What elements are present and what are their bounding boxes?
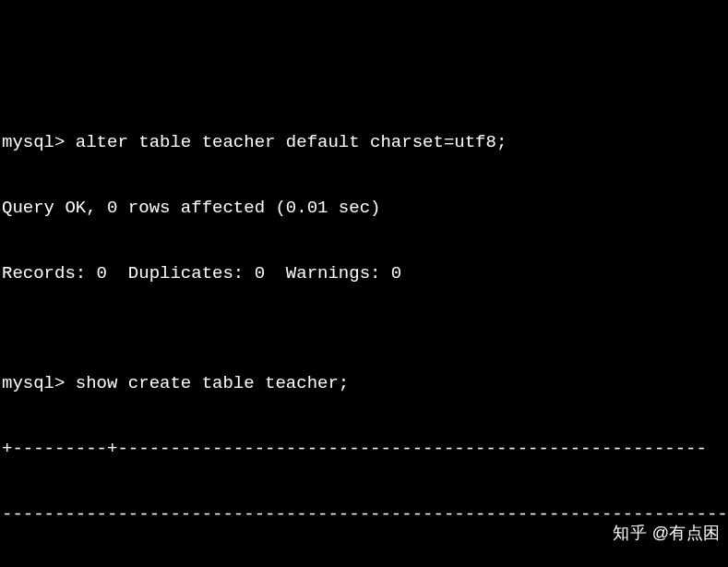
terminal-line: mysql> show create table teacher; <box>2 373 726 395</box>
terminal-line: +---------+-----------------------------… <box>2 439 726 461</box>
watermark-text: 知乎 @有点困 <box>613 524 721 542</box>
terminal-line: Records: 0 Duplicates: 0 Warnings: 0 <box>2 263 726 285</box>
mysql-terminal: mysql> alter table teacher default chars… <box>0 88 728 567</box>
terminal-line: Query OK, 0 rows affected (0.01 sec) <box>2 198 726 220</box>
terminal-line: mysql> alter table teacher default chars… <box>2 132 726 154</box>
zhihu-watermark: 知乎 @有点困 <box>603 501 721 543</box>
